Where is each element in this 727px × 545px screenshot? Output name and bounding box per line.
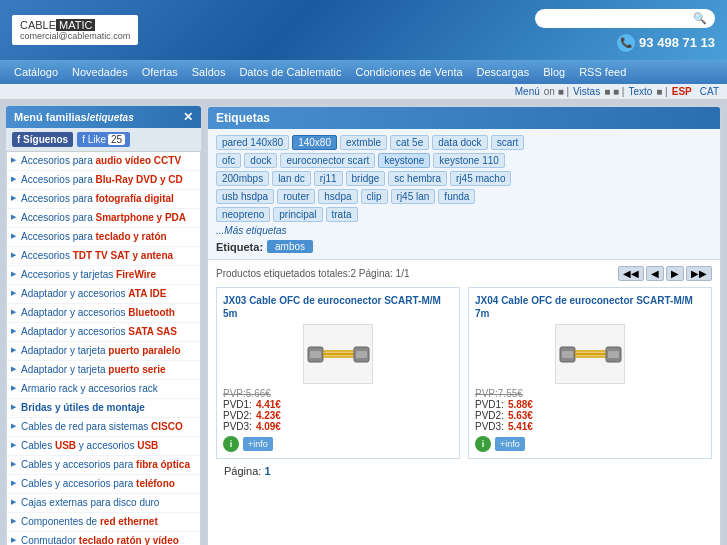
nav-item-novedades[interactable]: Novedades [66,64,134,80]
tags-header: Etiquetas [208,107,720,129]
nav-item-condiciones[interactable]: Condiciones de Venta [350,64,469,80]
tag-rj11[interactable]: rj11 [314,171,343,186]
like-button[interactable]: f Like 25 [77,132,130,147]
tag-140x80[interactable]: 140x80 [292,135,337,150]
nav-item-saldos[interactable]: Saldos [186,64,232,80]
sidebar-item-tdt[interactable]: Accesorios TDT TV SAT y antena [7,247,200,266]
sidebar-item-bridas[interactable]: Bridas y útiles de montaje [7,399,200,418]
sidebar-item-cajas[interactable]: Cajas externas para disco duro [7,494,200,513]
search-bar[interactable]: 🔍 [535,9,715,28]
tag-datadock[interactable]: data dock [432,135,487,150]
tag-bridge[interactable]: bridge [346,171,386,186]
page-first-button[interactable]: ◀◀ [618,266,644,281]
pvd3-jx04: 5.41€ [508,421,533,432]
sidebar-item-fotografia[interactable]: Accesorios para fotografía digital [7,190,200,209]
tag-keystone110[interactable]: keystone 110 [433,153,505,168]
tag-cat5e[interactable]: cat 5e [390,135,429,150]
sidebar: Menú familias/etiquetas ✕ f Síguenos f L… [6,106,201,545]
pvd3-jx03: 4.09€ [256,421,281,432]
tag-extmble[interactable]: extmble [340,135,387,150]
svg-rect-13 [608,351,619,358]
tag-dock[interactable]: dock [244,153,277,168]
nav-item-catalogo[interactable]: Catálogo [8,64,64,80]
tag-hsdpa[interactable]: hsdpa [318,189,357,204]
content-panel: Etiquetas pared 140x80 140x80 extmble ca… [207,106,721,545]
nav-item-datos[interactable]: Datos de Cablematic [233,64,347,80]
tag-ofc[interactable]: ofc [216,153,241,168]
nav-item-rss[interactable]: RSS feed [573,64,632,80]
subnav-views[interactable]: Vistas [573,86,600,97]
sidebar-item-sata[interactable]: Adaptador y accesorios SATA SAS [7,323,200,342]
tag-pared140x80[interactable]: pared 140x80 [216,135,289,150]
sidebar-item-conmutador[interactable]: Conmutador teclado ratón y vídeo [7,532,200,545]
product-card-jx03: JX03 Cable OFC de euroconector SCART-M/M… [216,287,460,459]
etiqueta-value[interactable]: ambos [267,240,313,253]
subnav-sep3: ■ | [656,86,667,97]
pagination: Página: 1 [216,459,712,483]
info-button-jx03[interactable]: i [223,436,239,452]
tag-euroconector[interactable]: euroconector scart [280,153,375,168]
more-info-button-jx03[interactable]: +info [243,437,273,451]
tag-router[interactable]: router [277,189,315,204]
tag-principal[interactable]: principal [273,207,322,222]
tag-landc[interactable]: lan dc [272,171,311,186]
sidebar-item-serie[interactable]: Adaptador y tarjeta puerto serie [7,361,200,380]
tags-row-2: ofc dock euroconector scart keystone key… [216,153,712,168]
sidebar-title: Menú familias/etiquetas ✕ [6,106,201,128]
sidebar-item-armario[interactable]: Armario rack y accesorios rack [7,380,200,399]
more-info-button-jx04[interactable]: +info [495,437,525,451]
tag-schembra[interactable]: sc hembra [388,171,447,186]
page-last-button[interactable]: ▶▶ [686,266,712,281]
tag-scart[interactable]: scart [491,135,525,150]
tag-funda[interactable]: funda [438,189,475,204]
header: CABLEMATIC comercial@cablematic.com 🔍 📞 … [0,0,727,60]
subnav-text[interactable]: Texto [628,86,652,97]
sidebar-item-smartphone[interactable]: Accesorios para Smartphone y PDA [7,209,200,228]
tags-title: Etiquetas [216,111,270,125]
search-input[interactable] [543,12,693,24]
nav-item-descargas[interactable]: Descargas [471,64,536,80]
sidebar-item-audiovideo[interactable]: Accesorios para audio vídeo CCTV [7,152,200,171]
sidebar-item-ata[interactable]: Adaptador y accesorios ATA IDE [7,285,200,304]
header-right: 🔍 📞 93 498 71 13 [535,9,715,52]
nav-item-ofertas[interactable]: Ofertas [136,64,184,80]
page-next-button[interactable]: ▶ [666,266,684,281]
svg-rect-6 [356,351,367,358]
sidebar-item-fibra[interactable]: Cables y accesorios para fibra óptica [7,456,200,475]
tag-neopreno[interactable]: neopreno [216,207,270,222]
page-prev-button[interactable]: ◀ [646,266,664,281]
phone-number: 📞 93 498 71 13 [617,34,715,52]
nav-item-blog[interactable]: Blog [537,64,571,80]
tag-clip[interactable]: clip [361,189,388,204]
sidebar-item-cisco[interactable]: Cables de red para sistemas CISCO [7,418,200,437]
search-icon[interactable]: 🔍 [693,12,707,25]
info-button-jx04[interactable]: i [475,436,491,452]
etiqueta-row: Etiqueta: ambos [216,240,712,253]
sidebar-item-bluray[interactable]: Accesorios para Blu-Ray DVD y CD [7,171,200,190]
product-actions-jx03: i +info [223,436,453,452]
tag-keystone[interactable]: keystone [378,153,430,168]
sidebar-item-bluetooth[interactable]: Adaptador y accesorios Bluetooth [7,304,200,323]
tag-rj45lan[interactable]: rj45 lan [391,189,436,204]
logo[interactable]: CABLEMATIC comercial@cablematic.com [12,15,138,45]
products-grid: JX03 Cable OFC de euroconector SCART-M/M… [216,287,712,459]
tag-rj45macho[interactable]: rj45 macho [450,171,511,186]
sidebar-item-firewire[interactable]: Accesorios y tarjetas FireWire [7,266,200,285]
tag-usbhsdpa[interactable]: usb hsdpa [216,189,274,204]
sidebar-item-teclado[interactable]: Accesorios para teclado y ratón [7,228,200,247]
tags-area: pared 140x80 140x80 extmble cat 5e data … [208,129,720,260]
sidebar-item-paralelo[interactable]: Adaptador y tarjeta puerto paralelo [7,342,200,361]
sidebar-item-usb[interactable]: Cables USB y accesorios USB [7,437,200,456]
subnav-menu[interactable]: Menú [515,86,540,97]
tag-trata[interactable]: trata [326,207,358,222]
tags-row-4: usb hsdpa router hsdpa clip rj45 lan fun… [216,189,712,204]
logo-email: comercial@cablematic.com [20,31,130,41]
facebook-button[interactable]: f Síguenos [12,132,73,147]
tag-200mbps[interactable]: 200mbps [216,171,269,186]
sidebar-item-red[interactable]: Componentes de red ethernet [7,513,200,532]
sidebar-item-telefono[interactable]: Cables y accesorios para teléfono [7,475,200,494]
sidebar-close-button[interactable]: ✕ [183,110,193,124]
lang-esp[interactable]: ESP [672,86,692,97]
more-tags-link[interactable]: ...Más etiquetas [216,225,712,236]
lang-cat[interactable]: CAT [700,86,719,97]
